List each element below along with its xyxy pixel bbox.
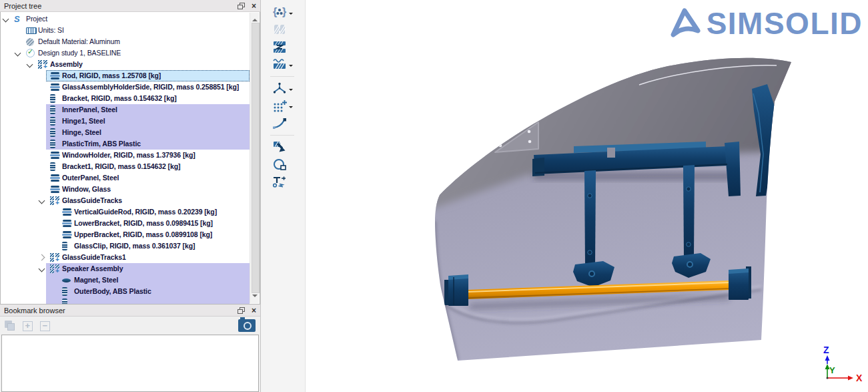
dropdown-caret-icon[interactable]: [289, 13, 293, 17]
stack-icon: [62, 208, 72, 216]
float-panel-icon[interactable]: [238, 307, 245, 314]
material-icon: [26, 37, 34, 46]
tree-item-rod[interactable]: Rod, RIGID, mass 1.25708 [kg]: [1, 70, 250, 81]
tree-item-windowholder[interactable]: WindowHolder, RIGID, mass 1.37936 [kg]: [1, 150, 250, 161]
door-assembly-model[interactable]: [306, 0, 868, 392]
toolbar-separator: [270, 76, 294, 77]
tree-item-glassclip[interactable]: GlassClip, RIGID, mass 0.361037 [kg]: [1, 240, 250, 252]
connectors-button[interactable]: [261, 97, 305, 114]
tree-item-label: Hinge1, Steel: [62, 116, 105, 127]
tree-item-label: Bracket, RIGID, mass 0.154632 [kg]: [62, 93, 177, 104]
bolt-tightening-button[interactable]: [261, 174, 305, 190]
scroll-up-icon[interactable]: [252, 16, 258, 21]
tree-item-outerpanel[interactable]: OuterPanel, Steel: [1, 172, 250, 184]
close-panel-icon[interactable]: [252, 3, 256, 9]
tree-item-units-si[interactable]: Units: SI: [1, 25, 250, 36]
chevron-down-icon[interactable]: [3, 16, 9, 23]
close-panel-icon[interactable]: [252, 307, 256, 314]
tree-item-hinge[interactable]: Hinge, Steel: [1, 127, 250, 138]
stack-icon: [50, 185, 60, 194]
scroll-down-icon[interactable]: [252, 295, 258, 300]
apply-connections-button[interactable]: [261, 139, 305, 155]
project-tree-list: SProjectUnits: SIDefault Material: Alumi…: [1, 13, 250, 305]
tree-item-glassassemblyholderside[interactable]: GlassAssemblyHolderSide, RIGID, mass 0.2…: [1, 81, 250, 93]
tree-item-label: GlassAssemblyHolderSide, RIGID, mass 0.2…: [62, 81, 239, 93]
sheet-icon: [50, 140, 55, 148]
dropdown-caret-icon[interactable]: [289, 89, 293, 93]
tree-scrollbar[interactable]: [250, 13, 259, 303]
dropdown-caret-icon[interactable]: [289, 65, 293, 69]
flexible-curve-button[interactable]: [261, 115, 305, 131]
axis-y-label: Y: [829, 365, 835, 375]
door-panel[interactable]: [406, 40, 819, 392]
float-panel-icon[interactable]: [238, 3, 245, 9]
viewport-3d[interactable]: SIMSOLID: [306, 0, 868, 392]
tree-item-lowerbracket[interactable]: LowerBracket, RIGID, mass 0.0989415 [kg]: [1, 218, 250, 229]
tree-item-plastictrim[interactable]: PlasticTrim, ABS Plastic: [1, 138, 250, 150]
dropdown-caret-icon[interactable]: [289, 106, 293, 110]
toolbar-separator: [270, 135, 294, 136]
tree-item-upperbracket[interactable]: UpperBracket, RIGID, mass 0.0899108 [kg]: [1, 229, 250, 240]
sheet-icon: [50, 94, 55, 103]
tree-item-verticalguiderod[interactable]: VerticalGuideRod, RIGID, mass 0.20239 [k…: [1, 206, 250, 218]
cyclic-symmetry-button[interactable]: [261, 156, 305, 172]
tree-item-magnet[interactable]: Magnet, Steel: [1, 274, 250, 286]
tree-item-label: GlassClip, RIGID, mass 0.361037 [kg]: [74, 240, 195, 252]
connection-group-button[interactable]: {}: [261, 4, 305, 20]
sheet-icon: [50, 106, 55, 114]
project-tree-panel: Project tree SProjectUnits: SIDefault Ma…: [0, 0, 260, 305]
tree-item-window[interactable]: Window, Glass: [1, 184, 250, 195]
hinge-bracket[interactable]: [495, 122, 538, 152]
sheet-icon: [50, 128, 55, 137]
bookmark-browser-header: Bookmark browser: [0, 305, 260, 317]
chevron-right-icon[interactable]: [39, 254, 45, 261]
simsolid-triangle-icon: [668, 7, 701, 40]
seam-welds-button[interactable]: [261, 56, 305, 72]
tree-item-glassguidetracks[interactable]: +GlassGuideTracks: [1, 195, 250, 206]
tree-item-label: Magnet, Steel: [74, 274, 118, 286]
axis-x-label: X: [856, 373, 863, 383]
scroll-thumb[interactable]: [252, 23, 260, 293]
tree-item-label: Bracket1, RIGID, mass 0.154632 [kg]: [62, 161, 180, 172]
assembly-icon: +: [38, 60, 48, 69]
review-connections-button[interactable]: [261, 39, 305, 55]
multiselect-highlight: [46, 297, 250, 305]
tree-item-bracket[interactable]: Bracket, RIGID, mass 0.154632 [kg]: [1, 93, 250, 104]
project-tree-title: Project tree: [4, 2, 238, 10]
tree-item-speaker-assembly[interactable]: +Speaker Assembly: [1, 263, 250, 274]
capture-bookmark-button[interactable]: [238, 319, 256, 332]
ruler-icon: [26, 26, 37, 35]
add-bookmark-button: [22, 320, 35, 332]
tree-item-outerbody[interactable]: OuterBody, ABS Plastic: [1, 286, 250, 297]
project-tree-header: Project tree: [0, 0, 260, 12]
tree-item-design-study-1[interactable]: Design study 1, BASELINE: [1, 47, 250, 59]
tree-item-row[interactable]: [1, 297, 250, 305]
stack-icon: [50, 71, 60, 80]
axis-triad: Z Y X: [807, 342, 867, 390]
tree-item-bracket1[interactable]: Bracket1, RIGID, mass 0.154632 [kg]: [1, 161, 250, 172]
chevron-down-icon[interactable]: [39, 198, 45, 204]
assembly-icon: +: [50, 264, 60, 273]
tree-item-default-material-aluminum[interactable]: Default Material: Aluminum: [1, 36, 250, 47]
chevron-down-icon[interactable]: [27, 61, 33, 68]
assembly-icon: +: [50, 196, 60, 205]
simsolid-logo-text: SIMSOLID: [707, 8, 863, 39]
tree-item-project[interactable]: SProject: [1, 13, 250, 25]
sheet-icon: [62, 242, 67, 250]
stack-icon: [50, 83, 60, 91]
simsolid-logo: SIMSOLID: [668, 7, 863, 40]
disc-icon: [62, 276, 71, 284]
bookmark-list[interactable]: [1, 335, 259, 392]
tree-item-innerpanel[interactable]: InnerPanel, Steel: [1, 104, 250, 116]
spot-welds-button[interactable]: [261, 80, 305, 96]
tree-item-label: WindowHolder, RIGID, mass 1.37936 [kg]: [62, 150, 195, 161]
tree-item-glassguidetracks1[interactable]: +GlassGuideTracks1: [1, 252, 250, 263]
tree-item-label: GlassGuideTracks: [62, 195, 122, 206]
chevron-down-icon[interactable]: [39, 266, 45, 272]
tree-item-label: GlassGuideTracks1: [62, 252, 126, 263]
chevron-down-icon[interactable]: [15, 50, 21, 57]
tree-item-hinge1[interactable]: Hinge1, Steel: [1, 116, 250, 127]
tree-item-label: Project: [26, 13, 47, 25]
tree-item-assembly[interactable]: +Assembly: [1, 59, 250, 70]
rod-right-cap[interactable]: [729, 266, 751, 300]
